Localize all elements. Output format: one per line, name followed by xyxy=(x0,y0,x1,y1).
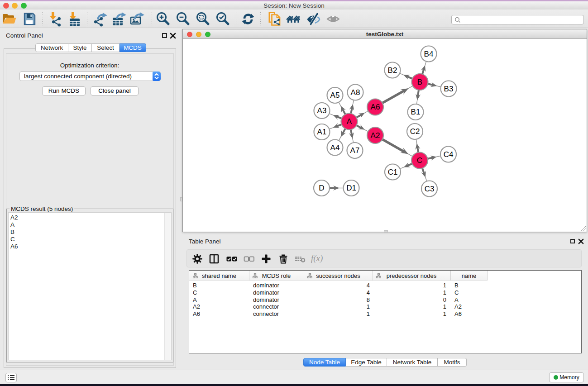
svg-text:A1: A1 xyxy=(317,128,327,136)
svg-text:C2: C2 xyxy=(410,127,420,136)
svg-text:A7: A7 xyxy=(350,146,360,155)
svg-text:A: A xyxy=(347,117,352,126)
svg-text:A3: A3 xyxy=(317,106,327,115)
svg-text:B3: B3 xyxy=(444,85,454,93)
svg-text:C1: C1 xyxy=(388,168,398,176)
svg-text:C3: C3 xyxy=(425,185,435,193)
svg-text:A8: A8 xyxy=(351,88,360,97)
svg-text:B1: B1 xyxy=(411,108,421,116)
svg-text:D1: D1 xyxy=(346,184,356,192)
svg-text:B2: B2 xyxy=(388,66,397,75)
svg-text:A2: A2 xyxy=(371,131,380,140)
svg-text:A5: A5 xyxy=(330,91,340,100)
svg-text:A4: A4 xyxy=(330,143,340,152)
svg-text:C4: C4 xyxy=(444,150,454,159)
svg-text:B: B xyxy=(417,78,422,86)
svg-text:B4: B4 xyxy=(424,50,434,58)
svg-text:A6: A6 xyxy=(371,103,380,111)
svg-text:C: C xyxy=(417,156,422,165)
svg-text:D: D xyxy=(319,184,324,192)
